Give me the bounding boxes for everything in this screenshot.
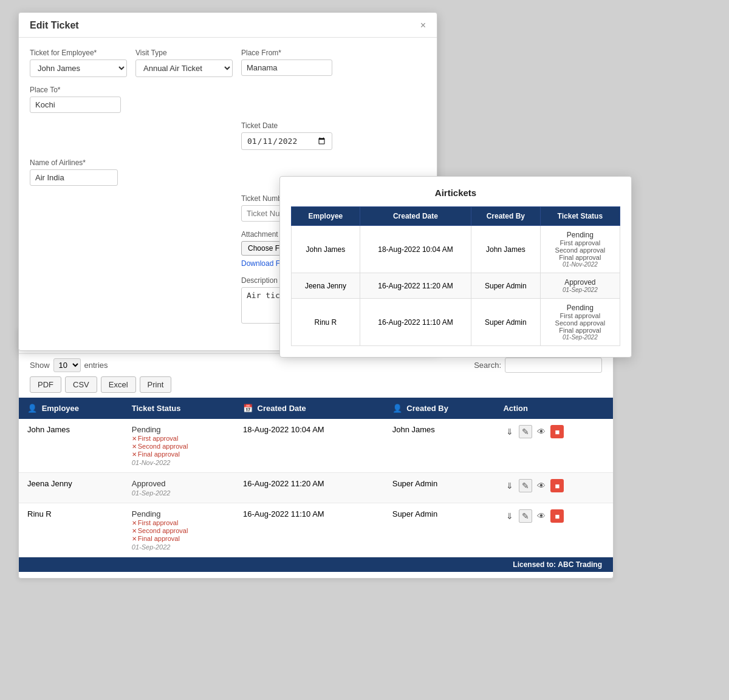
ticket-employee-select[interactable]: John James — [30, 59, 127, 77]
visit-type-select[interactable]: Annual Air Ticket — [135, 59, 233, 77]
popup-cell-date: 18-Aug-2022 10:04 AM — [360, 226, 471, 273]
col-employee: 👤 Employee — [19, 398, 123, 419]
popup-cell-created-by: Super Admin — [471, 273, 540, 299]
ticket-date-input[interactable] — [241, 132, 332, 150]
user-icon: 👤 — [392, 404, 402, 413]
ticket-employee-group: Ticket for Employee* John James — [30, 49, 127, 77]
popup-col-created-date: Created Date — [360, 207, 471, 226]
popup-cell-employee: Jeena Jenny — [292, 273, 360, 299]
popup-cell-date: 16-Aug-2022 11:10 AM — [360, 299, 471, 346]
popup-col-employee: Employee — [292, 207, 360, 226]
visit-type-group: Visit Type Annual Air Ticket — [135, 49, 233, 77]
entries-label: entries — [84, 361, 108, 370]
airline-label: Name of Airlines* — [30, 158, 118, 167]
tickets-table: 👤 Employee Ticket Status 📅 Created Date … — [19, 398, 613, 557]
download-icon[interactable]: ⇓ — [503, 479, 516, 492]
popup-cell-created-by: John James — [471, 226, 540, 273]
employee-icon: 👤 — [27, 404, 37, 413]
popup-cell-status: PendingFirst approvalSecond approvalFina… — [540, 299, 620, 346]
edit-icon[interactable]: ✎ — [519, 509, 532, 523]
airline-input[interactable] — [30, 169, 118, 186]
delete-icon[interactable]: ■ — [550, 479, 564, 492]
licensed-company: ABC Trading — [558, 560, 602, 569]
place-to-group: Place To* — [30, 86, 121, 113]
show-entries: Show 10 entries — [30, 358, 108, 372]
search-label: Search: — [474, 361, 501, 370]
print-button[interactable]: Print — [140, 376, 172, 393]
cell-created-by: Super Admin — [384, 503, 495, 557]
cell-created-date: 16-Aug-2022 11:10 AM — [234, 503, 384, 557]
cell-action: ⇓ ✎ 👁 ■ — [495, 503, 613, 557]
cell-action: ⇓ ✎ 👁 ■ — [495, 473, 613, 503]
airline-group: Name of Airlines* — [30, 158, 118, 186]
eye-icon[interactable]: 👁 — [535, 479, 548, 492]
place-to-label: Place To* — [30, 86, 121, 94]
search-input[interactable] — [505, 358, 602, 373]
cell-created-date: 16-Aug-2022 11:20 AM — [234, 473, 384, 503]
csv-button[interactable]: CSV — [65, 376, 97, 393]
place-from-label: Place From* — [241, 49, 332, 57]
popup-table-row: Rinu R 16-Aug-2022 11:10 AM Super Admin … — [292, 299, 620, 346]
action-icons: ⇓ ✎ 👁 ■ — [503, 425, 604, 438]
col-created-by: 👤 Created By — [384, 398, 495, 419]
pdf-button[interactable]: PDF — [30, 376, 61, 393]
place-to-input[interactable] — [30, 97, 121, 113]
popup-table-row: Jeena Jenny 16-Aug-2022 11:20 AM Super A… — [292, 273, 620, 299]
ticket-date-group: Ticket Date — [241, 121, 332, 150]
col-created-date: 📅 Created Date — [234, 398, 384, 419]
eye-icon[interactable]: 👁 — [535, 509, 548, 523]
modal-header: Edit Ticket × — [19, 13, 437, 38]
popup-cell-status: Approved01-Sep-2022 — [540, 273, 620, 299]
popup-table-header-row: Employee Created Date Created By Ticket … — [292, 207, 620, 226]
list-controls-left: Show 10 entries — [30, 358, 108, 372]
delete-icon[interactable]: ■ — [550, 509, 564, 523]
show-label: Show — [30, 361, 50, 370]
calendar-icon: 📅 — [243, 404, 253, 413]
ticket-employee-label: Ticket for Employee* — [30, 49, 127, 57]
table-row: Jeena Jenny Approved01-Sep-2022 16-Aug-2… — [19, 473, 613, 503]
cell-created-date: 18-Aug-2022 10:04 AM — [234, 419, 384, 473]
download-icon[interactable]: ⇓ — [503, 425, 516, 438]
place-from-input[interactable] — [241, 59, 332, 76]
entries-select[interactable]: 10 — [53, 358, 81, 372]
form-row-1: Ticket for Employee* John James Visit Ty… — [30, 49, 426, 113]
export-buttons-row: PDF CSV Excel Print — [19, 376, 613, 398]
popup-cell-created-by: Super Admin — [471, 299, 540, 346]
cell-status: Approved01-Sep-2022 — [123, 473, 234, 503]
modal-title: Edit Ticket — [30, 20, 79, 31]
cell-status: PendingFirst approvalSecond approvalFina… — [123, 503, 234, 557]
cell-created-by: Super Admin — [384, 473, 495, 503]
cell-employee: Rinu R — [19, 503, 123, 557]
airtickets-table: Employee Created Date Created By Ticket … — [291, 206, 620, 346]
cell-employee: John James — [19, 419, 123, 473]
popup-col-created-by: Created By — [471, 207, 540, 226]
cell-action: ⇓ ✎ 👁 ■ — [495, 419, 613, 473]
place-from-group: Place From* — [241, 49, 332, 77]
cell-created-by: John James — [384, 419, 495, 473]
delete-icon[interactable]: ■ — [550, 425, 564, 438]
visit-type-label: Visit Type — [135, 49, 233, 57]
cell-employee: Jeena Jenny — [19, 473, 123, 503]
action-icons: ⇓ ✎ 👁 ■ — [503, 509, 604, 523]
popup-table-row: John James 18-Aug-2022 10:04 AM John Jam… — [292, 226, 620, 273]
popup-cell-status: PendingFirst approvalSecond approvalFina… — [540, 226, 620, 273]
export-buttons: PDF CSV Excel Print — [30, 376, 602, 393]
ticket-date-label: Ticket Date — [241, 121, 332, 130]
action-icons: ⇓ ✎ 👁 ■ — [503, 479, 604, 492]
table-row: Rinu R PendingFirst approvalSecond appro… — [19, 503, 613, 557]
popup-col-ticket-status: Ticket Status — [540, 207, 620, 226]
list-panel: List All Tickets Show 10 entries Search:… — [18, 328, 614, 579]
col-ticket-status: Ticket Status — [123, 398, 234, 419]
popup-cell-employee: Rinu R — [292, 299, 360, 346]
modal-close-button[interactable]: × — [420, 20, 426, 31]
download-icon[interactable]: ⇓ — [503, 509, 516, 523]
search-row: Search: — [474, 358, 602, 373]
excel-button[interactable]: Excel — [101, 376, 136, 393]
col-action: Action — [495, 398, 613, 419]
table-row: John James PendingFirst approvalSecond a… — [19, 419, 613, 473]
edit-icon[interactable]: ✎ — [519, 425, 532, 438]
popup-cell-employee: John James — [292, 226, 360, 273]
popup-title: Airtickets — [291, 188, 620, 198]
edit-icon[interactable]: ✎ — [519, 479, 532, 492]
eye-icon[interactable]: 👁 — [535, 425, 548, 438]
